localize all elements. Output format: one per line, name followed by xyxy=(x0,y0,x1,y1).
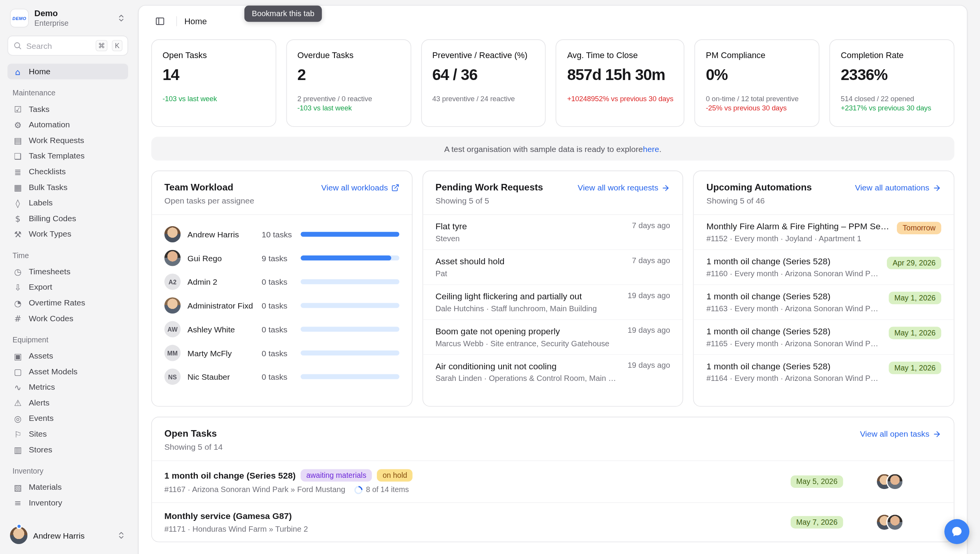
labels-icon: ◊ xyxy=(12,198,23,208)
workload-row[interactable]: Administrator Fixd 0 tasks xyxy=(164,294,399,317)
work-request-row[interactable]: Asset should hold Pat 7 days ago xyxy=(423,249,683,284)
progress-spinner-icon xyxy=(352,484,364,496)
automation-row[interactable]: 1 month oil change (Series 528) #1164 · … xyxy=(694,354,954,389)
stat-delta: -103 vs last week xyxy=(298,104,400,112)
sidebar-item-overtime-rates[interactable]: ◔Overtime Rates xyxy=(7,295,128,310)
sidebar-item-home[interactable]: ⌂ Home xyxy=(7,64,128,80)
external-link-icon xyxy=(391,184,399,192)
timestamp: 7 days ago xyxy=(624,221,670,243)
sidebar-item-events[interactable]: ◎Events xyxy=(7,410,128,426)
open-task-row[interactable]: 1 month oil change (Series 528) awaiting… xyxy=(152,461,954,502)
search-icon xyxy=(13,41,22,50)
sidebar-item-assets[interactable]: ▣Assets xyxy=(7,348,128,364)
home-icon: ⌂ xyxy=(12,67,23,77)
sidebar-item-alerts[interactable]: ⚠Alerts xyxy=(7,395,128,410)
stat-delta: +10248952% vs previous 30 days xyxy=(567,95,673,102)
sidebar-nav: ⌂ Home Maintenance ☑Tasks ⚙Automation ▤W… xyxy=(7,64,128,511)
app-root: DEMO Demo Enterprise ⌘ K ⌂ Home Maintena… xyxy=(0,0,980,554)
workload-row[interactable]: Andrew Harris 10 tasks xyxy=(164,222,399,246)
stat-delta: -103 vs last week xyxy=(162,95,265,102)
sidebar-item-automation[interactable]: ⚙Automation xyxy=(7,117,128,133)
view-all-automations-link[interactable]: View all automations xyxy=(855,183,941,192)
due-date-badge: Tomorrow xyxy=(897,222,941,234)
workspace-switcher[interactable]: DEMO Demo Enterprise xyxy=(7,7,128,28)
avatar xyxy=(164,297,181,314)
work-request-row[interactable]: Air conditioning unit not cooling Sarah … xyxy=(423,354,683,389)
due-date-badge: May 5, 2026 xyxy=(791,476,843,488)
explore-here-link[interactable]: here xyxy=(643,144,659,153)
user-menu[interactable]: Andrew Harris xyxy=(7,526,128,546)
breadcrumb: Home xyxy=(184,17,207,26)
stat-detail: 43 preventive / 24 reactive xyxy=(432,95,535,102)
sidebar-toggle-button[interactable] xyxy=(151,12,169,30)
sidebar-section-inventory: Inventory xyxy=(7,467,128,476)
avatar: MM xyxy=(164,345,181,361)
workload-row[interactable]: Gui Rego 9 tasks xyxy=(164,246,399,270)
work-request-row[interactable]: Ceiling light flickering and partially o… xyxy=(423,284,683,319)
sidebar-item-work-requests[interactable]: ▤Work Requests xyxy=(7,132,128,148)
view-all-open-tasks-link[interactable]: View all open tasks xyxy=(860,429,941,438)
task-templates-icon: ❏ xyxy=(12,151,23,161)
stat-delta: -25% vs previous 30 days xyxy=(706,104,808,112)
sidebar-item-billing-codes[interactable]: $Billing Codes xyxy=(7,210,128,226)
open-task-row[interactable]: Monthly service (Gamesa G87) #1171 · Hon… xyxy=(152,502,954,541)
sidebar-item-checklists[interactable]: ≣Checklists xyxy=(7,164,128,179)
avatar xyxy=(164,250,181,266)
automation-row[interactable]: 1 month oil change (Series 528) #1165 · … xyxy=(694,319,954,354)
avatar: AW xyxy=(164,321,181,337)
sidebar-item-metrics[interactable]: ∿Metrics xyxy=(7,379,128,395)
sidebar-item-stores[interactable]: ▥Stores xyxy=(7,442,128,457)
sidebar-item-tasks[interactable]: ☑Tasks xyxy=(7,101,128,117)
chat-launcher-button[interactable] xyxy=(944,519,969,544)
user-name: Andrew Harris xyxy=(33,531,85,540)
checklist-progress: 8 of 14 items xyxy=(354,486,409,494)
assets-icon: ▣ xyxy=(12,351,23,361)
workload-bar xyxy=(300,350,399,355)
work-request-row[interactable]: Flat tyre Steven 7 days ago xyxy=(423,215,683,249)
sidebar: DEMO Demo Enterprise ⌘ K ⌂ Home Maintena… xyxy=(0,0,135,554)
open-tasks-card: Open Tasks Showing 5 of 14 View all open… xyxy=(151,417,954,542)
automation-row[interactable]: 1 month oil change (Series 528) #1160 · … xyxy=(694,249,954,284)
bookmark-tooltip: Bookmark this tab xyxy=(244,6,322,22)
sidebar-item-work-codes[interactable]: #Work Codes xyxy=(7,310,128,326)
sidebar-item-timesheets[interactable]: ◷Timesheets xyxy=(7,264,128,279)
sidebar-item-materials[interactable]: ▧Materials xyxy=(7,479,128,495)
timesheets-icon: ◷ xyxy=(12,267,23,277)
team-workload-card: Team Workload Open tasks per assignee Vi… xyxy=(151,170,412,407)
stat-card-completion-rate: Completion Rate 2336% 514 closed / 22 op… xyxy=(829,39,954,127)
workload-row[interactable]: A2 Admin 2 0 tasks xyxy=(164,270,399,294)
workload-bar xyxy=(300,255,399,260)
events-icon: ◎ xyxy=(12,413,23,423)
sidebar-section-maintenance: Maintenance xyxy=(7,89,128,98)
sidebar-section-equipment: Equipment xyxy=(7,335,128,344)
search-box[interactable]: ⌘ K xyxy=(7,36,128,56)
card-title: Team Workload xyxy=(164,182,254,192)
view-all-workloads-link[interactable]: View all workloads xyxy=(321,183,399,192)
card-title: Upcoming Automations xyxy=(706,182,812,192)
avatar xyxy=(888,474,903,489)
main-area: Bookmark this tab Home Open Tasks 14 -10… xyxy=(135,0,980,554)
sidebar-item-task-templates[interactable]: ❏Task Templates xyxy=(7,148,128,164)
card-subtitle: Showing 5 of 5 xyxy=(435,196,543,205)
upcoming-automations-card: Upcoming Automations Showing 5 of 46 Vie… xyxy=(693,170,954,407)
sidebar-item-export[interactable]: ⇩Export xyxy=(7,279,128,295)
due-date-badge: Apr 29, 2026 xyxy=(887,257,941,269)
work-request-row[interactable]: Boom gate not opening properly Marcus We… xyxy=(423,319,683,354)
search-input[interactable] xyxy=(26,41,91,50)
workload-row[interactable]: MM Marty McFly 0 tasks xyxy=(164,341,399,365)
sidebar-item-work-types[interactable]: ⚒Work Types xyxy=(7,226,128,242)
automation-row[interactable]: 1 month oil change (Series 528) #1163 · … xyxy=(694,284,954,319)
view-all-work-requests-link[interactable]: View all work requests xyxy=(578,183,670,192)
stores-icon: ▥ xyxy=(12,444,23,454)
workload-bar xyxy=(300,374,399,379)
sidebar-item-labels[interactable]: ◊Labels xyxy=(7,195,128,211)
automation-row[interactable]: Monthly Fire Alarm & Fire Fighting – PPM… xyxy=(694,215,954,249)
sidebar-item-sites[interactable]: ⚐Sites xyxy=(7,426,128,442)
workload-row[interactable]: NS Nic Stauber 0 tasks xyxy=(164,365,399,389)
sidebar-item-asset-models[interactable]: ▢Asset Models xyxy=(7,364,128,379)
avatar xyxy=(10,527,27,544)
sidebar-item-bulk-tasks[interactable]: ▦Bulk Tasks xyxy=(7,179,128,195)
timestamp: 19 days ago xyxy=(620,291,670,313)
sidebar-item-inventory[interactable]: ≡Inventory xyxy=(7,495,128,511)
workload-row[interactable]: AW Ashley White 0 tasks xyxy=(164,317,399,341)
